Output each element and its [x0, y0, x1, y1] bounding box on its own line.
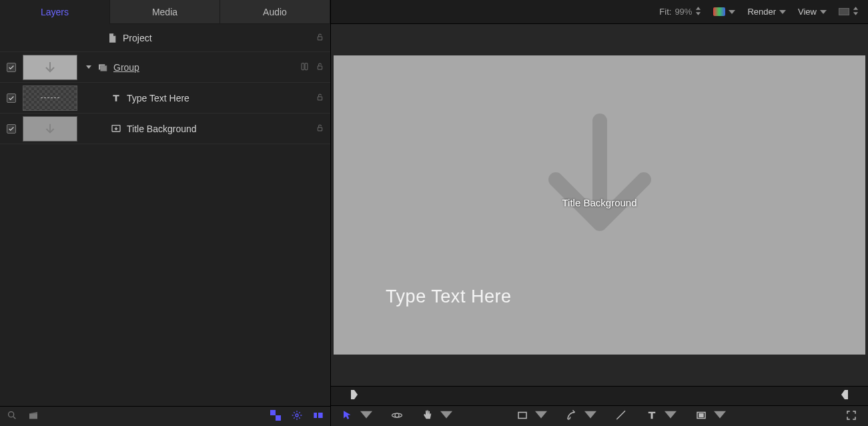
text-icon — [108, 93, 124, 103]
svg-rect-3 — [302, 63, 304, 69]
orbit-tool[interactable] — [391, 409, 403, 423]
disclosure-triangle[interactable] — [83, 64, 95, 71]
group-label: Group — [111, 62, 300, 73]
gear-icon[interactable] — [292, 410, 302, 423]
layers-sidebar: Layers Media Audio Project — [0, 0, 331, 426]
viewport-icon — [839, 8, 849, 15]
pen-tool[interactable] — [566, 409, 578, 423]
svg-rect-15 — [318, 413, 323, 418]
sidebar-footer — [0, 406, 330, 426]
svg-rect-14 — [314, 413, 317, 418]
viewer-toolbar: Fit: 99% Render View — [331, 0, 868, 24]
image-dropzone-icon — [108, 124, 124, 134]
svg-rect-5 — [318, 65, 322, 69]
layer-row-project[interactable]: Project — [0, 24, 330, 52]
color-channels-menu[interactable] — [713, 7, 735, 17]
canvas-wrap[interactable]: Title Background Type Text Here — [331, 24, 868, 386]
tab-audio[interactable]: Audio — [220, 0, 330, 24]
tab-layers[interactable]: Layers — [0, 0, 110, 24]
chevron-down-icon — [729, 7, 735, 17]
paint-stroke-tool[interactable] — [615, 409, 627, 423]
canvas-center-label: Title Background — [562, 196, 636, 208]
svg-rect-4 — [305, 63, 308, 69]
svg-point-9 — [9, 412, 14, 417]
stepper-icon — [853, 7, 859, 17]
layer-thumbnail — [23, 116, 77, 142]
project-label: Project — [120, 33, 315, 43]
stepper-icon — [695, 7, 701, 17]
text-layer-label: Type Text Here — [124, 93, 315, 103]
svg-rect-8 — [318, 127, 322, 130]
in-point-marker[interactable] — [351, 390, 358, 401]
layer-row-text[interactable]: Type Text Here — [0, 83, 330, 114]
chevron-down-icon[interactable] — [535, 409, 547, 423]
frames-icon[interactable] — [313, 410, 324, 423]
out-point-marker[interactable] — [841, 390, 848, 401]
layer-row-group[interactable]: Group — [0, 52, 330, 83]
layer-list: Project — [0, 24, 330, 406]
project-icon — [104, 33, 120, 43]
svg-rect-11 — [270, 410, 276, 415]
link-icon[interactable] — [300, 61, 310, 73]
chevron-down-icon[interactable] — [360, 409, 372, 423]
chevron-down-icon[interactable] — [584, 409, 596, 423]
chevron-down-icon — [820, 7, 827, 17]
canvas-text[interactable]: Type Text Here — [386, 286, 512, 307]
viewer-area: Fit: 99% Render View — [331, 0, 868, 426]
svg-point-13 — [296, 414, 298, 417]
color-swatch-icon — [713, 7, 725, 16]
search-icon[interactable] — [7, 410, 17, 423]
mask-tool[interactable] — [695, 409, 707, 423]
layer-thumbnail — [23, 55, 77, 80]
pan-tool[interactable] — [422, 409, 434, 423]
chevron-down-icon[interactable] — [440, 409, 452, 423]
svg-rect-12 — [276, 415, 281, 421]
chevron-down-icon — [779, 7, 786, 17]
lock-icon[interactable] — [315, 92, 325, 104]
text-tool[interactable] — [646, 409, 658, 423]
view-menu[interactable]: View — [798, 7, 827, 17]
zoom-fit-control[interactable]: Fit: 99% — [659, 7, 701, 17]
svg-rect-20 — [699, 413, 703, 417]
svg-rect-10 — [29, 413, 37, 419]
svg-rect-0 — [318, 36, 322, 39]
dropzone-arrow-icon — [523, 114, 677, 260]
render-menu[interactable]: Render — [747, 7, 786, 17]
clapperboard-icon[interactable] — [28, 410, 39, 423]
visibility-checkbox[interactable] — [7, 124, 16, 134]
checker-icon[interactable] — [270, 410, 281, 423]
canvas-tool-toolbar — [331, 406, 868, 426]
rectangle-tool[interactable] — [516, 409, 528, 423]
visibility-checkbox[interactable] — [7, 63, 16, 72]
viewer-layout-menu[interactable] — [839, 7, 859, 17]
chevron-down-icon[interactable] — [714, 409, 726, 423]
titlebg-label: Title Background — [124, 124, 315, 134]
layer-row-title-background[interactable]: Title Background — [0, 114, 330, 144]
svg-point-16 — [395, 413, 399, 417]
canvas[interactable]: Title Background Type Text Here — [334, 55, 865, 355]
sidebar-tabs: Layers Media Audio — [0, 0, 330, 24]
svg-rect-6 — [318, 96, 322, 99]
tab-media[interactable]: Media — [110, 0, 220, 24]
svg-rect-2 — [101, 65, 107, 71]
svg-point-17 — [392, 413, 402, 417]
mini-timeline[interactable] — [331, 386, 868, 406]
lock-icon[interactable] — [315, 61, 325, 73]
select-tool[interactable] — [342, 409, 354, 423]
visibility-checkbox[interactable] — [7, 93, 16, 103]
group-icon — [95, 62, 111, 73]
chevron-down-icon[interactable] — [665, 409, 677, 423]
fullscreen-icon[interactable] — [845, 409, 857, 423]
layer-thumbnail — [23, 85, 77, 111]
lock-icon[interactable] — [315, 123, 325, 135]
svg-rect-18 — [518, 412, 526, 418]
lock-icon[interactable] — [315, 32, 325, 44]
